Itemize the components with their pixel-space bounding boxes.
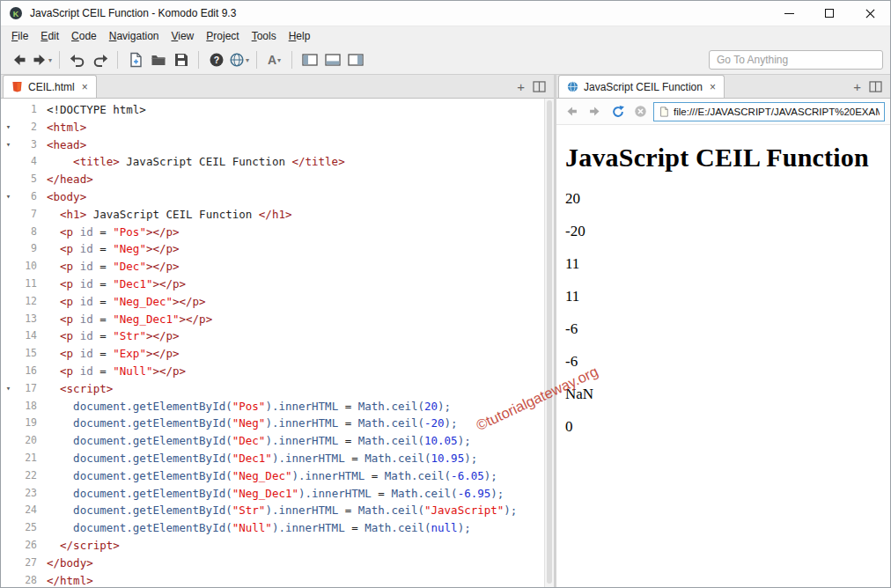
fold-spacer <box>1 206 16 224</box>
toggle-bottom-pane-button[interactable] <box>321 48 343 71</box>
code-line-12[interactable]: 12 <p id = "Neg_Dec"></p> <box>1 293 544 311</box>
code-line-2[interactable]: ▾2<html> <box>1 119 544 136</box>
redo-button[interactable] <box>89 48 111 71</box>
fold-marker-icon[interactable]: ▾ <box>1 136 16 154</box>
new-tab-button[interactable]: + <box>853 79 861 94</box>
code-line-6[interactable]: ▾6<body> <box>1 188 544 206</box>
fold-spacer <box>1 101 16 119</box>
code-line-21[interactable]: 21 document.getElementById("Dec1").inner… <box>1 450 544 467</box>
code-line-9[interactable]: 9 <p id = "Neg"></p> <box>1 240 544 258</box>
new-tab-button[interactable]: + <box>517 79 525 94</box>
close-icon <box>865 9 875 18</box>
browser-back-button[interactable] <box>562 101 582 121</box>
maximize-button[interactable] <box>809 1 850 26</box>
editor-tabbar: CEIL.html × + <box>1 75 554 99</box>
menu-item-project[interactable]: Project <box>200 27 245 45</box>
line-number: 13 <box>16 311 37 328</box>
help-button[interactable]: ? <box>205 48 227 71</box>
save-button[interactable] <box>170 48 192 71</box>
toolbar-separator <box>117 51 118 69</box>
code-line-4[interactable]: 4 <title> JavaScript CEIL Function </tit… <box>1 153 544 171</box>
close-button[interactable] <box>850 1 890 26</box>
fold-marker-icon[interactable]: ▾ <box>1 188 16 206</box>
fold-spacer <box>1 311 16 328</box>
tab-ceil-html[interactable]: CEIL.html × <box>3 75 97 98</box>
code-line-26[interactable]: 26 </script> <box>1 537 544 555</box>
toggle-left-pane-button[interactable] <box>298 48 320 71</box>
menu-item-tools[interactable]: Tools <box>246 27 283 45</box>
font-size-button[interactable]: A ▾ <box>263 48 285 71</box>
code-text: <script> <box>37 380 113 398</box>
browser-stop-button[interactable] <box>630 101 651 121</box>
menu-item-navigation[interactable]: Navigation <box>103 27 166 45</box>
code-line-25[interactable]: 25 document.getElementById("Null").inner… <box>1 519 544 537</box>
tab-close-icon[interactable]: × <box>708 82 716 92</box>
new-file-button[interactable] <box>124 48 146 71</box>
code-line-8[interactable]: 8 <p id = "Pos"></p> <box>1 224 544 241</box>
back-button[interactable] <box>8 48 30 71</box>
menu-item-help[interactable]: Help <box>283 27 317 45</box>
tab-browser-preview[interactable]: JavaScript CEIL Function × <box>558 75 725 98</box>
editor-scrollbar[interactable] <box>544 99 554 587</box>
code-text: <p id = "Neg_Dec1"></p> <box>37 311 212 328</box>
code-line-24[interactable]: 24 document.getElementById("Str").innerH… <box>1 502 544 519</box>
browser-forward-button[interactable] <box>585 101 605 121</box>
code-line-28[interactable]: 28</html> <box>1 572 544 587</box>
split-view-icon[interactable] <box>869 81 882 92</box>
code-line-17[interactable]: ▾17 <script> <box>1 380 544 398</box>
browser-refresh-button[interactable] <box>608 101 628 121</box>
window-controls <box>769 1 890 26</box>
address-input[interactable] <box>674 107 880 117</box>
code-line-23[interactable]: 23 document.getElementById("Neg_Dec1").i… <box>1 485 544 503</box>
address-bar[interactable] <box>653 102 885 121</box>
goto-anything-input[interactable] <box>709 50 883 70</box>
code-line-16[interactable]: 16 <p id = "Null"></p> <box>1 363 544 380</box>
line-number: 3 <box>16 136 37 154</box>
scrollbar-thumb[interactable] <box>547 100 552 584</box>
forward-button[interactable]: ▾ <box>31 48 53 71</box>
fold-spacer <box>1 363 16 380</box>
code-line-14[interactable]: 14 <p id = "Str"></p> <box>1 327 544 345</box>
globe-icon <box>229 52 245 68</box>
line-number: 11 <box>16 276 37 293</box>
code-line-15[interactable]: 15 <p id = "Exp"></p> <box>1 345 544 363</box>
code-line-7[interactable]: 7 <h1> JavaScript CEIL Function </h1> <box>1 206 544 224</box>
menu-item-code[interactable]: Code <box>65 27 103 45</box>
code-line-18[interactable]: 18 document.getElementById("Pos").innerH… <box>1 398 544 415</box>
window-title: JavaScript CEIL Function - Komodo Edit 9… <box>30 7 769 19</box>
fold-marker-icon[interactable]: ▾ <box>1 380 16 398</box>
line-number: 26 <box>16 537 37 555</box>
browser-pane: JavaScript CEIL Function × + <box>556 75 890 587</box>
menu-item-edit[interactable]: Edit <box>34 27 65 45</box>
split-view-icon[interactable] <box>533 81 546 92</box>
line-number: 6 <box>16 188 37 206</box>
open-file-button[interactable] <box>147 48 169 71</box>
code-line-19[interactable]: 19 document.getElementById("Neg").innerH… <box>1 415 544 432</box>
menu-item-view[interactable]: View <box>165 27 200 45</box>
fold-marker-icon[interactable]: ▾ <box>1 119 16 136</box>
tab-close-icon[interactable]: × <box>80 82 88 92</box>
code-line-27[interactable]: 27</body> <box>1 555 544 572</box>
code-line-5[interactable]: 5</head> <box>1 171 544 188</box>
code-line-11[interactable]: 11 <p id = "Dec1"></p> <box>1 276 544 293</box>
browser-content: JavaScript CEIL Function 20-201111-6-6Na… <box>556 125 890 587</box>
code-line-1[interactable]: 1<!DOCTYPE html> <box>1 101 544 119</box>
code-line-3[interactable]: ▾3<head> <box>1 136 544 154</box>
toolbar-separator <box>198 51 199 69</box>
result-value: -6 <box>565 320 881 338</box>
line-number: 4 <box>16 153 37 171</box>
code-line-10[interactable]: 10 <p id = "Dec"></p> <box>1 258 544 276</box>
menu-item-file[interactable]: File <box>5 27 34 45</box>
code-text: document.getElementById("Pos").innerHTML… <box>37 398 451 415</box>
line-number: 12 <box>16 293 37 311</box>
undo-button[interactable] <box>66 48 88 71</box>
minimize-button[interactable] <box>769 1 809 26</box>
komodo-app-icon: K <box>9 6 23 20</box>
fold-spacer <box>1 519 16 537</box>
code-line-22[interactable]: 22 document.getElementById("Neg_Dec").in… <box>1 467 544 485</box>
code-line-13[interactable]: 13 <p id = "Neg_Dec1"></p> <box>1 311 544 328</box>
toggle-right-pane-button[interactable] <box>344 48 366 71</box>
code-line-20[interactable]: 20 document.getElementById("Dec").innerH… <box>1 432 544 450</box>
preview-in-browser-button[interactable]: ▾ <box>228 48 250 71</box>
code-editor[interactable]: 1<!DOCTYPE html>▾2<html>▾3<head>4 <title… <box>1 99 554 587</box>
